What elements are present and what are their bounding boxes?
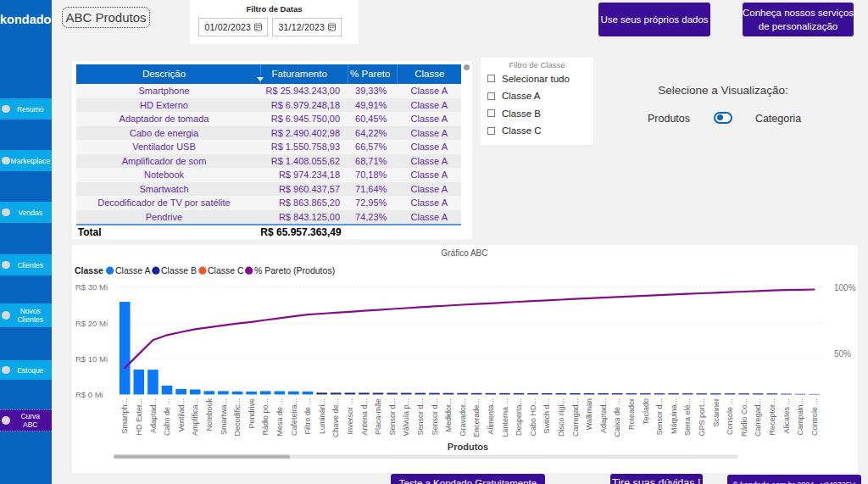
- svg-text:Cabo HD...: Cabo HD...: [529, 398, 537, 437]
- svg-text:Antena d...: Antena d...: [360, 398, 369, 436]
- svg-text:R$ 0 Mi: R$ 0 Mi: [75, 390, 103, 399]
- svg-text:Válvula p...: Válvula p...: [402, 398, 410, 437]
- svg-text:Amplifica...: Amplifica...: [191, 398, 199, 436]
- svg-text:Máquina...: Máquina...: [670, 398, 678, 434]
- svg-text:Cafeteira...: Cafeteira...: [290, 398, 298, 436]
- svg-text:R$ 10 Mi: R$ 10 Mi: [75, 354, 108, 364]
- svg-text:Gráfico ABC: Gráfico ABC: [441, 248, 487, 258]
- svg-text:Classe: Classe: [75, 265, 103, 275]
- svg-text:Roteador: Roteador: [627, 398, 636, 430]
- svg-text:Classe A: Classe A: [115, 265, 150, 275]
- svg-text:R$ 20 Mi: R$ 20 Mi: [75, 319, 108, 328]
- svg-text:Sensor d...: Sensor d...: [431, 398, 439, 436]
- svg-text:Walkman: Walkman: [585, 398, 593, 430]
- svg-text:Alicates ...: Alicates ...: [782, 398, 791, 434]
- svg-text:Alimenta...: Alimenta...: [487, 398, 495, 435]
- svg-text:Mesa de ...: Mesa de ...: [275, 398, 284, 437]
- svg-text:50%: 50%: [834, 349, 851, 359]
- svg-text:Sensor d...: Sensor d...: [416, 398, 425, 436]
- svg-text:Medidor...: Medidor...: [444, 398, 453, 432]
- svg-text:Lanterna ...: Lanterna ...: [501, 398, 509, 437]
- svg-text:Console ...: Console ...: [726, 398, 734, 435]
- svg-text:GPS port...: GPS port...: [698, 398, 706, 437]
- svg-text:Cabo de ...: Cabo de ...: [163, 398, 171, 436]
- svg-text:Smartwa...: Smartwa...: [220, 398, 228, 435]
- svg-text:Rádio po...: Rádio po...: [261, 398, 270, 436]
- svg-text:Decodific...: Decodific...: [233, 398, 242, 437]
- svg-text:Classe C: Classe C: [208, 265, 244, 275]
- svg-text:Gravador...: Gravador...: [459, 398, 467, 437]
- svg-text:Scanner: Scanner: [712, 398, 721, 427]
- svg-text:Sensor d...: Sensor d...: [655, 398, 664, 436]
- svg-text:Produtos: Produtos: [448, 442, 488, 452]
- svg-text:Disco rígi...: Disco rígi...: [557, 398, 565, 437]
- svg-text:Rádio Co...: Rádio Co...: [740, 398, 748, 437]
- svg-text:Teclado: Teclado: [642, 398, 650, 425]
- svg-text:Campain...: Campain...: [796, 398, 804, 436]
- svg-text:Chave de...: Chave de...: [331, 398, 340, 437]
- svg-text:HD Exter...: HD Exter...: [135, 398, 143, 436]
- svg-text:Desperta...: Desperta...: [515, 398, 523, 436]
- svg-text:Caixa de ...: Caixa de ...: [613, 398, 621, 437]
- svg-text:Carregad...: Carregad...: [571, 398, 580, 437]
- svg-text:Receptor...: Receptor...: [768, 398, 776, 436]
- svg-text:Smartph...: Smartph...: [120, 398, 129, 434]
- svg-text:Switch d...: Switch d...: [542, 398, 551, 434]
- svg-text:Ventilad...: Ventilad...: [177, 398, 186, 432]
- svg-text:Serra elé...: Serra elé...: [683, 398, 692, 436]
- svg-text:Placa-mãe: Placa-mãe: [374, 398, 382, 435]
- svg-text:Notebook: Notebook: [205, 398, 214, 431]
- svg-text:Adaptad...: Adaptad...: [599, 398, 608, 433]
- svg-text:Inversor ...: Inversor ...: [346, 398, 354, 435]
- svg-text:Luminári...: Luminári...: [318, 398, 326, 434]
- svg-text:% Pareto (Produtos): % Pareto (Produtos): [254, 265, 335, 275]
- svg-text:Pendrive: Pendrive: [248, 398, 256, 429]
- svg-text:R$ 30 Mi: R$ 30 Mi: [75, 282, 108, 292]
- svg-text:Filtro de ...: Filtro de ...: [303, 398, 312, 435]
- svg-text:Encerade...: Encerade...: [472, 398, 481, 437]
- svg-text:100%: 100%: [834, 283, 856, 292]
- svg-text:Adaptad...: Adaptad...: [149, 398, 158, 433]
- svg-text:Sensor d...: Sensor d...: [388, 398, 397, 436]
- svg-text:Classe B: Classe B: [161, 265, 197, 275]
- svg-text:Carregad...: Carregad...: [754, 398, 762, 437]
- svg-text:Controle ...: Controle ...: [810, 398, 819, 436]
